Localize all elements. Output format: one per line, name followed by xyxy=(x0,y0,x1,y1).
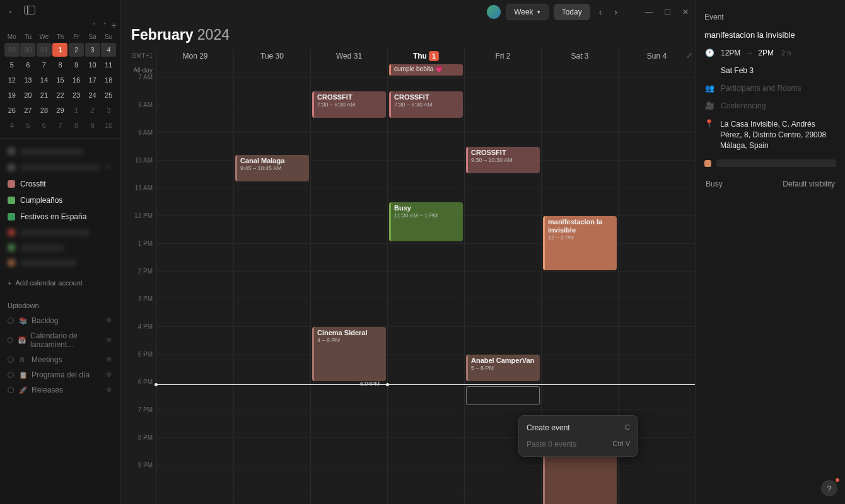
detail-start-time: 12PM xyxy=(721,49,740,57)
detail-participants[interactable]: 👥 Participants and Rooms xyxy=(704,84,836,93)
chevron-down-icon: ▾ xyxy=(537,9,540,15)
prev-week[interactable]: ‹ xyxy=(595,4,606,20)
mini-cal-add[interactable]: + xyxy=(112,20,117,30)
today-button[interactable]: Today xyxy=(554,4,590,20)
day-column-thu[interactable]: Thu1 cumple bebita 💗 CROSSFIT 7:30 – 8:3… xyxy=(387,49,464,504)
event-crossfit[interactable]: CROSSFIT 7:30 – 8:30 AM xyxy=(389,91,463,118)
calendar-item-cumpleanos[interactable]: Cumpleaños xyxy=(0,192,120,209)
main-calendar: Week ▾ Today ‹ › — ☐ ✕ February 2024 GMT… xyxy=(121,0,695,504)
day-header: Tue 30 xyxy=(234,49,310,64)
calendar-color-swatch xyxy=(8,197,15,204)
calendar-item-hidden[interactable]: 👁 xyxy=(0,159,120,176)
project-label: Backlog xyxy=(32,316,59,325)
project-icon: 📚 xyxy=(19,317,26,325)
video-icon: 🎥 xyxy=(704,101,714,110)
project-item[interactable]: 📋Programa del día👁 xyxy=(0,367,120,382)
timezone-label: GMT+1 xyxy=(121,49,153,64)
window-minimize[interactable]: — xyxy=(645,8,653,16)
detail-visibility[interactable]: Default visibility xyxy=(783,180,835,188)
detail-time-row[interactable]: 🕐 12PM → 2PM 2 h xyxy=(704,49,836,57)
project-label: Calendario de lanzamient... xyxy=(30,331,100,349)
menu-paste-events[interactable]: Paste 0 events Ctrl V xyxy=(519,436,638,452)
visibility-toggle-icon[interactable]: 👁 xyxy=(105,370,113,379)
day-column-mon[interactable]: Mon 29 xyxy=(156,49,233,504)
calendar-item-crossfit[interactable]: Crossfit xyxy=(0,176,120,192)
calendar-item-hidden[interactable] xyxy=(0,225,120,240)
detail-date[interactable]: Sat Feb 3 xyxy=(704,66,836,75)
day-header-today: Thu1 xyxy=(388,49,464,64)
event-manifestacion[interactable]: manifestacion la invisible 12 – 2 PM xyxy=(543,216,617,270)
detail-end-time: 2PM xyxy=(758,49,774,57)
event-crossfit[interactable]: CROSSFIT 9:30 – 10:30 AM xyxy=(466,147,540,173)
context-menu: Create event C Paste 0 events Ctrl V xyxy=(518,415,638,457)
project-item[interactable]: 📅Calendario de lanzamient...👁 xyxy=(0,328,120,352)
detail-location[interactable]: 📍 La Casa Invisible, C. Andrés Pérez, 8,… xyxy=(704,119,836,151)
avatar[interactable] xyxy=(487,5,501,19)
window-close[interactable]: ✕ xyxy=(682,8,689,16)
day-column-tue[interactable]: Tue 30 Canal Malaga 9:45 – 10:45 AM xyxy=(233,49,310,504)
calendar-item-hidden[interactable] xyxy=(0,144,120,159)
visibility-toggle-icon[interactable]: 👁 xyxy=(105,386,113,394)
detail-conferencing[interactable]: 🎥 Conferencing xyxy=(704,101,836,110)
project-dot xyxy=(8,372,14,378)
add-calendar-account[interactable]: + Add calendar account xyxy=(0,273,120,293)
calendar-item-hidden[interactable] xyxy=(0,240,120,255)
detail-heading: Event xyxy=(704,13,836,21)
day-header: Sun 4 xyxy=(619,49,695,64)
calendar-label: Festivos en España xyxy=(20,212,86,221)
calendar-item-festivos[interactable]: Festivos en España xyxy=(0,209,120,225)
visibility-toggle-icon[interactable]: 👁 xyxy=(105,163,113,172)
project-icon: 📋 xyxy=(19,371,26,379)
mini-cal-prev[interactable]: ˄ xyxy=(90,21,98,30)
detail-event-title[interactable]: manifestacion la invisible xyxy=(704,30,836,40)
calendar-color-swatch xyxy=(8,213,15,220)
account-menu-chevron[interactable]: ⌄ xyxy=(5,5,15,15)
project-item[interactable]: 🚀Releases👁 xyxy=(0,382,120,398)
sidebar: ⌄ ˄ ˅ + MoTuWeThFrSaSu 29303112345678910… xyxy=(0,0,121,504)
event-detail-panel: Event manifestacion la invisible 🕐 12PM … xyxy=(695,0,845,504)
day-header: Sat 3 xyxy=(542,49,618,64)
project-icon: 🗓 xyxy=(19,356,26,364)
project-dot xyxy=(8,337,13,343)
event-anabel[interactable]: Anabel CamperVan 5 – 6 PM xyxy=(466,355,540,381)
mini-cal-next[interactable]: ˅ xyxy=(101,21,109,30)
calendar-name-redacted xyxy=(716,159,836,167)
window-maximize[interactable]: ☐ xyxy=(664,8,671,16)
project-dot xyxy=(8,318,14,324)
day-column-wed[interactable]: Wed 31 CROSSFIT 7:30 – 8:30 AM Cinema Si… xyxy=(310,49,387,504)
visibility-toggle-icon[interactable]: 👁 xyxy=(105,336,113,345)
project-item[interactable]: 🗓Meetings👁 xyxy=(0,352,120,367)
month-title: February 2024 xyxy=(121,24,695,49)
calendar-label: Crossfit xyxy=(20,180,46,188)
calendar-color-swatch xyxy=(704,160,711,167)
project-label: Programa del día xyxy=(32,370,90,379)
detail-calendar-row[interactable] xyxy=(704,159,836,167)
time-gutter: GMT+1 All-day 7 AM8 AM9 AM10 AM11 AM12 P… xyxy=(121,49,156,504)
people-icon: 👥 xyxy=(704,84,714,93)
project-dot xyxy=(8,357,14,363)
menu-create-event[interactable]: Create event C xyxy=(519,420,638,436)
visibility-toggle-icon[interactable]: 👁 xyxy=(105,316,113,325)
project-label: Meetings xyxy=(32,355,62,364)
arrow-icon: → xyxy=(745,49,753,57)
plus-icon: + xyxy=(8,279,11,287)
event-crossfit[interactable]: CROSSFIT 7:30 – 8:30 AM xyxy=(312,91,386,118)
event-canal-malaga[interactable]: Canal Malaga 9:45 – 10:45 AM xyxy=(235,155,309,181)
allday-event[interactable]: cumple bebita 💗 xyxy=(389,64,463,76)
mini-calendar[interactable]: MoTuWeThFrSaSu 2930311234567891011121314… xyxy=(0,32,120,138)
next-week[interactable]: › xyxy=(610,4,621,20)
calendar-color-swatch xyxy=(8,180,15,188)
project-item[interactable]: 📚Backlog👁 xyxy=(0,313,120,328)
visibility-toggle-icon[interactable]: 👁 xyxy=(105,355,113,364)
view-switcher[interactable]: Week ▾ xyxy=(506,4,548,20)
toggle-sidebar-icon[interactable] xyxy=(24,6,35,14)
calendar-label: Cumpleaños xyxy=(20,196,62,205)
event-cinema-sideral[interactable]: Cinema Sideral 4 – 6 PM xyxy=(312,327,386,381)
project-section-label: Uptodown xyxy=(0,293,120,313)
new-event-placeholder[interactable] xyxy=(466,386,540,405)
calendar-item-hidden[interactable] xyxy=(0,255,120,270)
detail-availability[interactable]: Busy xyxy=(706,180,723,188)
week-grid[interactable]: ⤢ Mon 29 Tue 30 Canal Malaga 9:45 – 10:4… xyxy=(156,49,695,504)
event-busy[interactable]: Busy 11:30 AM – 1 PM xyxy=(389,202,463,241)
help-button[interactable]: ? xyxy=(821,480,837,496)
